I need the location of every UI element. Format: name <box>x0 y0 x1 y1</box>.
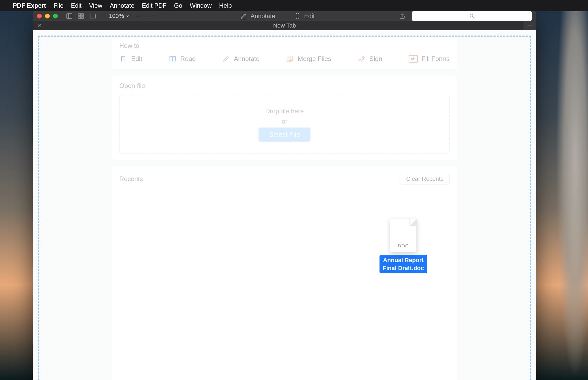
tab-close-button[interactable]: ✕ <box>33 22 45 29</box>
drop-or: or <box>282 118 287 125</box>
recents-body <box>119 190 450 375</box>
app-window: 100% − + Annotate Edit <box>33 11 536 380</box>
howto-label: Annotate <box>234 55 260 63</box>
menu-edit[interactable]: Edit <box>71 2 82 9</box>
tab-title[interactable]: New Tab <box>45 22 523 29</box>
howto-fill-forms[interactable]: ab Fill Forms <box>409 55 450 63</box>
tab-bar: ✕ New Tab ＋ <box>33 21 536 30</box>
drop-zone[interactable]: Drop file here or Select File <box>119 95 450 154</box>
menu-view[interactable]: View <box>89 2 102 9</box>
file-ext-label: DOC <box>398 243 409 249</box>
howto-label: Sign <box>369 55 382 63</box>
svg-rect-0 <box>67 14 72 18</box>
zoom-out-button[interactable]: − <box>134 12 143 20</box>
howto-merge[interactable]: Merge Files <box>286 55 331 63</box>
howto-sign[interactable]: Sign <box>358 55 382 63</box>
howto-label: Edit <box>131 55 142 63</box>
zoom-value: 100% <box>109 13 124 20</box>
menu-window[interactable]: Window <box>190 2 212 9</box>
dragged-file[interactable]: DOC Annual Report Final Draft.doc <box>378 219 429 273</box>
signature-icon <box>358 55 366 63</box>
window-close-button[interactable] <box>37 14 42 18</box>
macos-menubar: PDF Expert File Edit View Annotate Edit … <box>0 0 588 11</box>
menu-help[interactable]: Help <box>219 2 232 9</box>
svg-rect-5 <box>82 17 84 18</box>
dragged-file-name: Annual Report Final Draft.doc <box>380 255 427 273</box>
chevron-down-icon <box>126 14 130 18</box>
howto-annotate[interactable]: Annotate <box>222 55 260 63</box>
zoom-control[interactable]: 100% <box>109 13 130 20</box>
howto-edit[interactable]: Edit <box>119 55 142 63</box>
recents-title: Recents <box>119 175 143 183</box>
window-minimize-button[interactable] <box>45 14 50 18</box>
thumbnail-view-icon[interactable] <box>77 12 85 20</box>
sidebar-toggle-icon[interactable] <box>65 12 73 20</box>
app-menu[interactable]: PDF Expert <box>13 2 46 9</box>
howto-title: How to <box>119 42 450 49</box>
highlighter-icon <box>222 55 230 63</box>
howto-label: Read <box>180 55 196 63</box>
clear-recents-button[interactable]: Clear Recents <box>400 173 450 185</box>
search-input[interactable] <box>412 11 532 21</box>
text-edit-icon <box>119 55 127 63</box>
book-icon <box>169 55 177 63</box>
pen-icon <box>240 13 247 20</box>
menu-edit-pdf[interactable]: Edit PDF <box>142 2 166 9</box>
howto-read[interactable]: Read <box>169 55 196 63</box>
annotate-mode-button[interactable]: Annotate <box>240 13 275 20</box>
svg-rect-4 <box>79 17 81 18</box>
select-file-button[interactable]: Select File <box>259 128 310 141</box>
divider <box>103 12 103 20</box>
search-icon <box>469 13 475 19</box>
menu-go[interactable]: Go <box>174 2 182 9</box>
svg-rect-2 <box>79 14 81 16</box>
svg-rect-3 <box>82 14 84 16</box>
doc-file-icon: DOC <box>390 219 417 252</box>
howto-label: Merge Files <box>298 55 331 63</box>
edit-label: Edit <box>304 13 315 20</box>
howto-label: Fill Forms <box>422 55 450 63</box>
drop-hint: Drop file here <box>265 108 304 115</box>
two-page-view-icon[interactable] <box>89 12 97 20</box>
svg-point-14 <box>470 14 473 17</box>
content-area: How to Edit Read Annotate <box>33 30 536 380</box>
window-titlebar: 100% − + Annotate Edit <box>33 11 536 21</box>
form-field-icon: ab <box>409 55 418 63</box>
zoom-in-button[interactable]: + <box>147 12 157 20</box>
window-zoom-button[interactable] <box>53 14 58 18</box>
text-cursor-icon <box>294 13 301 20</box>
annotate-label: Annotate <box>251 13 275 20</box>
menu-file[interactable]: File <box>54 2 63 9</box>
share-icon[interactable] <box>398 12 406 20</box>
menu-annotate[interactable]: Annotate <box>110 2 134 9</box>
open-file-title: Open file <box>119 82 450 90</box>
howto-card: How to Edit Read Annotate <box>112 36 457 69</box>
svg-line-15 <box>473 17 474 18</box>
merge-icon <box>286 55 294 63</box>
window-traffic-lights <box>37 14 58 18</box>
open-file-card: Open file Drop file here or Select File <box>112 76 457 160</box>
new-tab-button[interactable]: ＋ <box>523 21 536 30</box>
edit-mode-button[interactable]: Edit <box>294 13 315 20</box>
